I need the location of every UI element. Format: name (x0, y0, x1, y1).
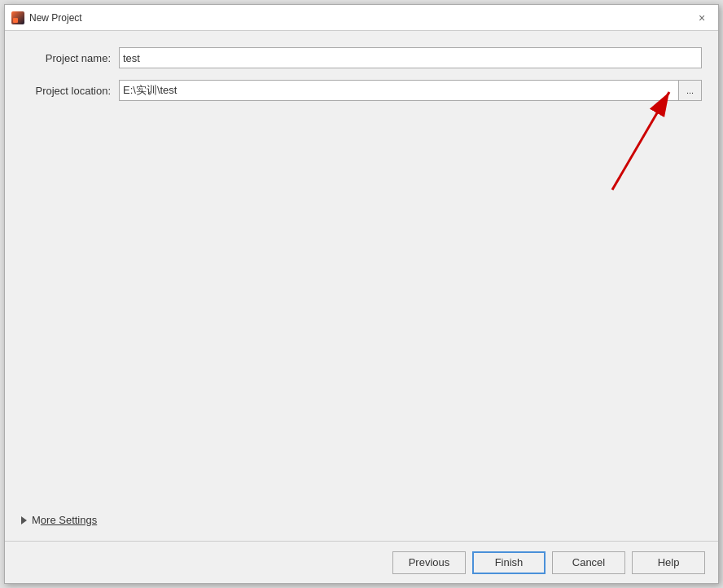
close-button[interactable]: × (692, 8, 712, 28)
project-name-input-wrapper (119, 47, 702, 68)
project-location-input-wrapper: ... (119, 80, 702, 101)
help-button[interactable]: Help (632, 551, 705, 574)
more-settings-text: M (32, 514, 41, 526)
previous-button[interactable]: Previous (392, 551, 466, 574)
project-location-row: Project location: ... (21, 80, 702, 101)
project-location-input[interactable] (119, 80, 679, 101)
project-name-row: Project name: (21, 47, 702, 68)
app-icon (11, 11, 24, 24)
project-name-input[interactable] (119, 47, 702, 68)
more-settings-label: More Settings (32, 514, 97, 526)
title-bar: New Project × (5, 5, 718, 31)
svg-line-1 (612, 92, 669, 190)
main-area (21, 112, 702, 507)
more-settings-section[interactable]: More Settings (21, 507, 702, 533)
project-location-label: Project location: (21, 85, 119, 97)
cancel-button[interactable]: Cancel (552, 551, 625, 574)
finish-button[interactable]: Finish (472, 551, 546, 574)
dialog-footer: Previous Finish Cancel Help (5, 541, 718, 583)
title-bar-left: New Project (11, 11, 82, 24)
browse-button[interactable]: ... (679, 80, 702, 101)
new-project-dialog: New Project × Project name: Project loca… (4, 4, 719, 584)
dialog-title: New Project (29, 12, 82, 24)
project-name-label: Project name: (21, 52, 119, 64)
dialog-content: Project name: Project location: ... (5, 31, 718, 541)
more-settings-triangle-icon (21, 516, 27, 524)
more-settings-underline-text: ore Settings (41, 514, 97, 526)
